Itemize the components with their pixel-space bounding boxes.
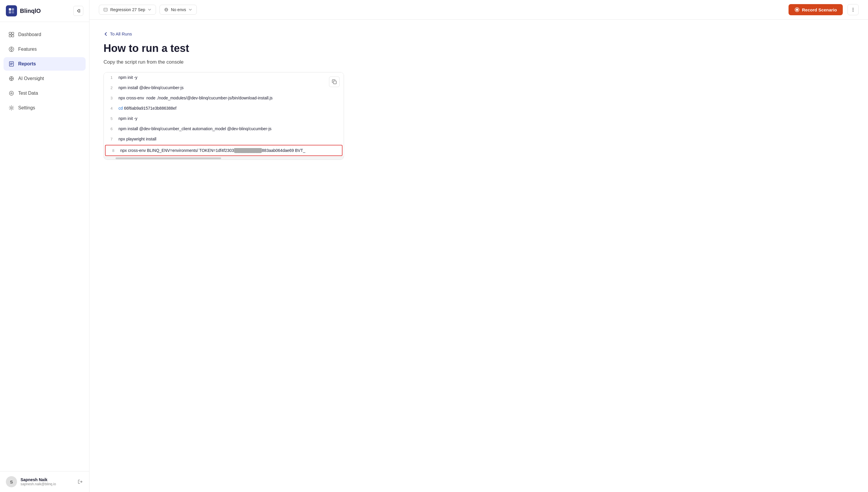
testdata-icon	[8, 90, 15, 96]
features-icon	[8, 46, 15, 52]
sidebar-item-label: Reports	[18, 61, 36, 67]
more-icon	[850, 7, 856, 12]
code-block: 1 npm init -y 2 npm install @dev-blinq/c…	[103, 72, 344, 160]
svg-rect-5	[9, 32, 11, 34]
sidebar-item-label: Features	[18, 47, 36, 52]
svg-rect-6	[12, 32, 14, 34]
code-line-8-highlighted: 8 npx cross-env BLINQ_ENV=environments/ …	[105, 145, 343, 156]
svg-point-23	[9, 91, 14, 95]
svg-rect-1	[12, 8, 14, 10]
scenario-selector[interactable]: Regression 27 Sep	[99, 5, 156, 15]
user-info: S Sapnesh Naik sapnesh.naik@blinq.io	[6, 476, 56, 487]
page-subtitle: Copy the script run from the console	[103, 59, 854, 65]
svg-rect-0	[9, 8, 11, 10]
record-icon	[794, 7, 800, 12]
settings-icon	[8, 105, 15, 111]
topbar-left: Regression 27 Sep No envs	[99, 5, 784, 15]
sidebar-header: BlinqlO	[0, 0, 89, 22]
svg-rect-7	[9, 35, 11, 37]
back-to-all-runs-link[interactable]: To All Runs	[103, 31, 132, 36]
back-link-label: To All Runs	[110, 31, 132, 36]
sidebar-item-ai-oversight[interactable]: AI Oversight	[3, 72, 85, 85]
svg-rect-35	[333, 81, 336, 84]
code-line-5: 5 npm init -y	[104, 114, 344, 124]
record-scenario-button[interactable]: Record Scenario	[789, 4, 843, 15]
sidebar-item-dashboard[interactable]: Dashboard	[3, 28, 85, 41]
sidebar-item-label: Test Data	[18, 91, 38, 96]
svg-point-26	[104, 9, 105, 10]
sidebar-item-reports[interactable]: Reports	[3, 57, 85, 71]
code-line-1: 1 npm init -y	[104, 72, 344, 83]
user-details: Sapnesh Naik sapnesh.naik@blinq.io	[21, 477, 56, 486]
code-line-6: 6 npm install @dev-blinq/cucumber_client…	[104, 124, 344, 134]
record-btn-label: Record Scenario	[802, 7, 837, 12]
svg-point-34	[853, 11, 853, 12]
sidebar-nav: Dashboard Features	[0, 22, 89, 471]
sidebar-item-settings[interactable]: Settings	[3, 101, 85, 115]
logout-button[interactable]	[77, 479, 83, 485]
user-name: Sapnesh Naik	[21, 477, 56, 482]
more-options-button[interactable]	[847, 4, 859, 15]
svg-point-18	[11, 78, 12, 79]
sidebar-item-label: AI Oversight	[18, 76, 44, 81]
topbar: Regression 27 Sep No envs	[90, 0, 868, 20]
code-line-7: 7 npx playwright install	[104, 134, 344, 144]
svg-rect-3	[12, 11, 14, 14]
svg-point-10	[10, 48, 12, 50]
collapse-sidebar-button[interactable]	[73, 6, 83, 16]
dashboard-icon	[8, 31, 15, 38]
sidebar-item-label: Dashboard	[18, 32, 41, 37]
code-line-3: 3 npx cross-env node ./node_modules/@dev…	[104, 93, 344, 103]
code-content: 1 npm init -y 2 npm install @dev-blinq/c…	[104, 72, 344, 156]
chevron-down-icon	[188, 8, 192, 12]
scenario-icon	[103, 7, 108, 12]
avatar: S	[6, 476, 17, 487]
env-icon	[164, 7, 169, 12]
code-line-4: 4 cd 66f6ab9a91571e3b886388ef	[104, 103, 344, 114]
svg-rect-8	[12, 35, 14, 37]
copy-icon	[332, 79, 337, 84]
svg-point-32	[853, 8, 853, 9]
horizontal-scrollbar[interactable]	[104, 156, 344, 159]
chevron-down-icon	[148, 8, 152, 12]
svg-point-24	[10, 107, 12, 109]
logo-icon	[6, 5, 17, 17]
content-area: To All Runs How to run a test Copy the s…	[90, 20, 868, 492]
reports-icon	[8, 61, 15, 67]
sidebar-item-test-data[interactable]: Test Data	[3, 87, 85, 100]
logo-area: BlinqlO	[6, 5, 41, 17]
svg-rect-2	[9, 11, 11, 14]
env-selector[interactable]: No envs	[159, 5, 197, 15]
ai-icon	[8, 75, 15, 82]
back-arrow-icon	[103, 32, 108, 36]
main-content: Regression 27 Sep No envs	[90, 0, 868, 492]
sidebar-footer: S Sapnesh Naik sapnesh.naik@blinq.io	[0, 471, 89, 492]
sidebar-item-label: Settings	[18, 105, 35, 110]
user-email: sapnesh.naik@blinq.io	[21, 482, 56, 486]
app-name: BlinqlO	[20, 8, 41, 15]
svg-point-31	[796, 8, 798, 11]
scenario-label: Regression 27 Sep	[110, 7, 145, 12]
svg-point-33	[853, 9, 853, 10]
copy-code-button[interactable]	[329, 76, 340, 87]
sidebar: BlinqlO Dashboard	[0, 0, 90, 492]
sidebar-item-features[interactable]: Features	[3, 43, 85, 56]
env-label: No envs	[171, 7, 186, 12]
scrollbar-thumb	[116, 157, 221, 159]
code-line-2: 2 npm install @dev-blinq/cucumber-js	[104, 83, 344, 93]
page-title: How to run a test	[103, 42, 854, 54]
